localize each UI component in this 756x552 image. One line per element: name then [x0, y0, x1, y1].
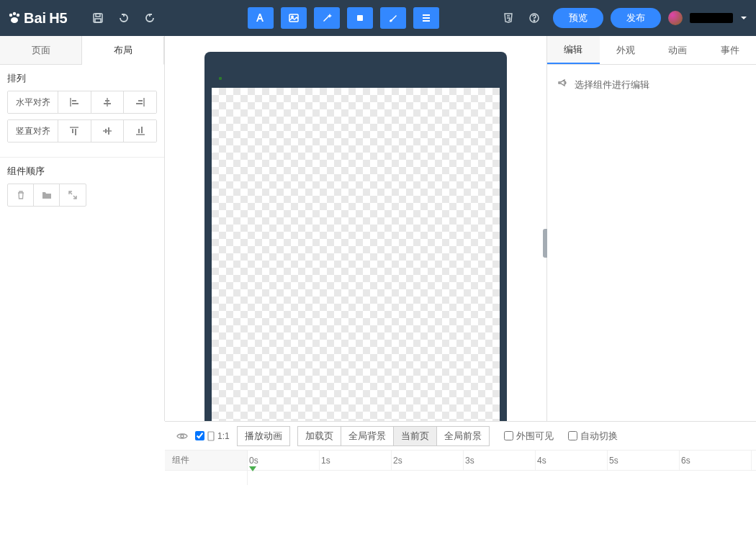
insert-effect-button[interactable] — [314, 7, 340, 29]
timeline-track[interactable] — [248, 471, 756, 485]
svg-rect-34 — [208, 432, 214, 440]
tab-events[interactable]: 事件 — [704, 36, 757, 64]
svg-rect-29 — [108, 127, 109, 135]
delete-button[interactable] — [8, 184, 34, 206]
svg-rect-31 — [138, 129, 140, 133]
order-section: 组件顺序 — [0, 158, 164, 215]
eye-icon[interactable] — [176, 430, 188, 442]
right-panel: 编辑 外观 动画 事件 选择组件进行编辑 — [546, 36, 756, 421]
preview-button[interactable]: 预览 — [553, 8, 603, 28]
timeline-body — [165, 471, 756, 485]
playhead[interactable] — [249, 466, 256, 471]
tick-3: 3s — [464, 451, 536, 470]
left-tabs: 页面 布局 — [0, 36, 164, 65]
global-fg-button[interactable]: 全局前景 — [436, 426, 490, 446]
arrange-section: 排列 水平对齐 竖直对齐 — [0, 65, 164, 158]
insert-text-button[interactable] — [248, 7, 274, 29]
user-name[interactable] — [690, 13, 733, 23]
svg-rect-16 — [72, 100, 76, 101]
save-button[interactable] — [88, 8, 108, 28]
outside-visible-check[interactable]: 外围可见 — [504, 430, 554, 443]
avatar[interactable] — [668, 11, 683, 25]
play-animation-button[interactable]: 播放动画 — [237, 426, 290, 446]
tab-appearance[interactable]: 外观 — [600, 36, 652, 64]
html5-icon[interactable] — [498, 8, 518, 28]
panel-collapse-handle[interactable] — [543, 229, 547, 258]
folder-button[interactable] — [34, 184, 60, 206]
tab-page[interactable]: 页面 — [0, 36, 82, 64]
logo-text-b: H5 — [49, 10, 68, 27]
align-top-button[interactable] — [58, 120, 91, 142]
svg-rect-32 — [141, 127, 143, 133]
svg-rect-11 — [423, 17, 430, 19]
redo-button[interactable] — [140, 8, 160, 28]
svg-rect-20 — [104, 103, 111, 104]
align-bottom-button[interactable] — [124, 120, 156, 142]
load-page-button[interactable]: 加载页 — [297, 426, 341, 446]
timeline-panel: 1:1 播放动画 加载页 全局背景 当前页 全局前景 外围可见 自动切换 组件 … — [165, 421, 756, 552]
insert-form-button[interactable] — [413, 7, 439, 29]
top-bar: Bai H5 — [0, 0, 756, 36]
svg-rect-23 — [136, 103, 143, 104]
logo: Bai H5 — [0, 10, 79, 27]
indicator-dot — [219, 77, 222, 80]
order-title: 组件顺序 — [7, 165, 157, 178]
component-column-header: 组件 — [165, 451, 248, 470]
svg-rect-10 — [423, 14, 430, 16]
svg-rect-19 — [105, 100, 109, 101]
device-frame — [204, 52, 507, 421]
tab-animation[interactable]: 动画 — [652, 36, 704, 64]
tab-edit[interactable]: 编辑 — [547, 36, 600, 64]
hint-text: 选择组件进行编辑 — [575, 79, 649, 90]
halign-label: 水平对齐 — [8, 91, 58, 113]
main: 页面 布局 排列 水平对齐 竖直对齐 — [0, 36, 756, 421]
canvas-area — [165, 36, 546, 421]
canvas[interactable] — [212, 88, 500, 421]
svg-point-1 — [13, 12, 16, 15]
tick-0: 0s — [248, 451, 320, 470]
auto-switch-checkbox[interactable] — [568, 431, 577, 440]
svg-point-33 — [181, 435, 184, 438]
device-icon — [207, 431, 215, 441]
svg-rect-5 — [96, 14, 100, 17]
arrange-title: 排列 — [7, 72, 157, 85]
insert-shape-button[interactable] — [347, 7, 373, 29]
outside-visible-checkbox[interactable] — [504, 431, 513, 440]
file-actions — [79, 8, 168, 28]
ratio-label: 1:1 — [217, 431, 230, 441]
left-panel: 页面 布局 排列 水平对齐 竖直对齐 — [0, 36, 165, 421]
global-bg-button[interactable]: 全局背景 — [341, 426, 393, 446]
outside-visible-label: 外围可见 — [516, 430, 554, 443]
insert-brush-button[interactable] — [380, 7, 406, 29]
align-right-button[interactable] — [124, 91, 156, 113]
timeline-toolbar: 1:1 播放动画 加载页 全局背景 当前页 全局前景 外围可见 自动切换 — [165, 422, 756, 451]
insert-image-button[interactable] — [281, 7, 307, 29]
layer-segment: 加载页 全局背景 当前页 全局前景 — [297, 426, 490, 446]
current-page-button[interactable]: 当前页 — [393, 426, 436, 446]
right-tools: 预览 发布 — [553, 8, 756, 28]
ratio-control[interactable]: 1:1 — [195, 431, 230, 441]
ratio-checkbox[interactable] — [195, 431, 204, 440]
svg-rect-12 — [423, 20, 430, 22]
tick-5: 5s — [608, 451, 680, 470]
auto-switch-check[interactable]: 自动切换 — [568, 430, 618, 443]
svg-point-3 — [11, 17, 18, 23]
align-middle-button[interactable] — [91, 120, 125, 142]
svg-rect-9 — [357, 15, 363, 21]
valign-label: 竖直对齐 — [8, 120, 58, 142]
expand-button[interactable] — [60, 184, 86, 206]
paw-icon — [7, 11, 22, 25]
publish-button[interactable]: 发布 — [611, 8, 661, 28]
auto-switch-label: 自动切换 — [580, 430, 618, 443]
svg-rect-22 — [138, 100, 143, 101]
timeline-ruler[interactable]: 0s 1s 2s 3s 4s 5s 6s — [248, 451, 756, 470]
chevron-down-icon[interactable] — [740, 14, 747, 22]
align-center-button[interactable] — [91, 91, 125, 113]
undo-button[interactable] — [114, 8, 134, 28]
tab-layout[interactable]: 布局 — [82, 37, 164, 65]
help-button[interactable] — [524, 8, 544, 28]
align-left-button[interactable] — [58, 91, 91, 113]
svg-rect-26 — [75, 129, 76, 135]
megaphone-icon — [557, 79, 570, 90]
svg-point-0 — [9, 14, 12, 17]
